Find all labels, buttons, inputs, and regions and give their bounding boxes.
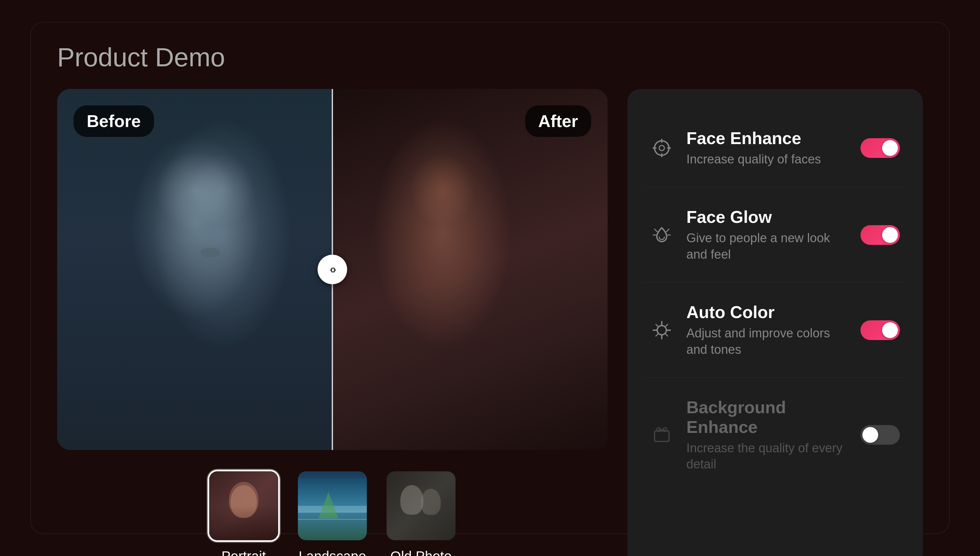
svg-line-12: [666, 333, 668, 336]
auto-color-toggle-knob: [882, 322, 898, 338]
svg-line-13: [666, 324, 668, 326]
setting-face-glow: Face Glow Give to people a new look and …: [644, 187, 906, 283]
face-enhance-toggle[interactable]: [860, 138, 900, 158]
portrait-gradient: [209, 506, 278, 540]
auto-color-desc: Adjust and improve colors and tones: [687, 325, 847, 358]
after-label: After: [525, 105, 591, 137]
background-enhance-toggle[interactable]: [860, 425, 900, 445]
thumbnail-landscape[interactable]: Landscape: [296, 470, 368, 556]
thumbnail-old-photo-label: Old Photo: [390, 548, 452, 556]
auto-color-name: Auto Color: [687, 302, 847, 322]
thumbnail-portrait-label: Portrait: [221, 548, 266, 556]
thumbnail-landscape-label: Landscape: [298, 548, 366, 556]
thumbnail-landscape-img: [296, 470, 368, 542]
svg-point-1: [659, 145, 664, 151]
thumbnail-portrait[interactable]: Portrait: [207, 470, 280, 556]
before-face-overlay: [57, 89, 332, 450]
page-title: Product Demo: [57, 42, 923, 73]
face-glow-info: Face Glow Give to people a new look and …: [687, 207, 847, 263]
thumbnail-old-photo[interactable]: Old Photo: [385, 470, 457, 556]
setting-auto-color: Auto Color Adjust and improve colors and…: [644, 283, 906, 378]
setting-face-enhance: Face Enhance Increase quality of faces: [644, 108, 906, 187]
background-enhance-icon: [650, 423, 673, 446]
before-image: [57, 89, 332, 450]
face-glow-desc: Give to people a new look and feel: [687, 230, 847, 263]
background-enhance-name: Background Enhance: [687, 398, 847, 437]
face-glow-name: Face Glow: [687, 207, 847, 227]
thumb-portrait-bg: [209, 471, 278, 540]
face-enhance-name: Face Enhance: [687, 128, 847, 148]
before-label: Before: [74, 105, 154, 137]
face-enhance-toggle-knob: [882, 140, 898, 156]
comparison-inner: ‹› Before After: [57, 89, 607, 450]
thumbnail-portrait-img: [207, 470, 280, 542]
thumb-landscape-bg: [298, 471, 367, 540]
image-section: ‹› Before After Portrait: [57, 89, 607, 556]
svg-line-11: [656, 324, 658, 326]
oldphoto-person2: [421, 489, 441, 515]
background-enhance-toggle-knob: [862, 427, 878, 443]
face-glow-toggle-knob: [882, 227, 898, 243]
auto-color-info: Auto Color Adjust and improve colors and…: [687, 302, 847, 358]
divider-handle[interactable]: ‹›: [317, 255, 347, 284]
svg-line-14: [656, 333, 658, 336]
background-enhance-desc: Increase the quality of every detail: [687, 440, 847, 473]
after-face-overlay: [332, 89, 607, 450]
settings-panel: Face Enhance Increase quality of faces: [627, 89, 923, 556]
thumbnail-row: Portrait Landscape: [57, 466, 607, 556]
setting-background-enhance: Background Enhance Increase the quality …: [644, 378, 906, 492]
main-content: ‹› Before After Portrait: [57, 89, 923, 556]
after-image: [332, 89, 607, 450]
comparison-container[interactable]: ‹› Before After: [57, 89, 607, 450]
oldphoto-person1: [400, 485, 423, 515]
face-enhance-icon: [650, 137, 673, 160]
background-enhance-info: Background Enhance Increase the quality …: [687, 398, 847, 473]
thumb-oldphoto-bg: [387, 471, 455, 540]
thumbnail-old-photo-img: [385, 470, 457, 542]
page-wrapper: Product Demo ‹›: [30, 22, 950, 534]
face-enhance-info: Face Enhance Increase quality of faces: [687, 128, 847, 167]
auto-color-toggle[interactable]: [860, 320, 900, 340]
face-enhance-desc: Increase quality of faces: [687, 151, 847, 167]
face-glow-icon: [650, 223, 673, 246]
face-glow-toggle[interactable]: [860, 225, 900, 245]
svg-point-0: [654, 141, 669, 155]
svg-rect-15: [654, 431, 669, 441]
divider-arrows-icon: ‹›: [330, 263, 335, 276]
auto-color-icon: [650, 319, 673, 342]
